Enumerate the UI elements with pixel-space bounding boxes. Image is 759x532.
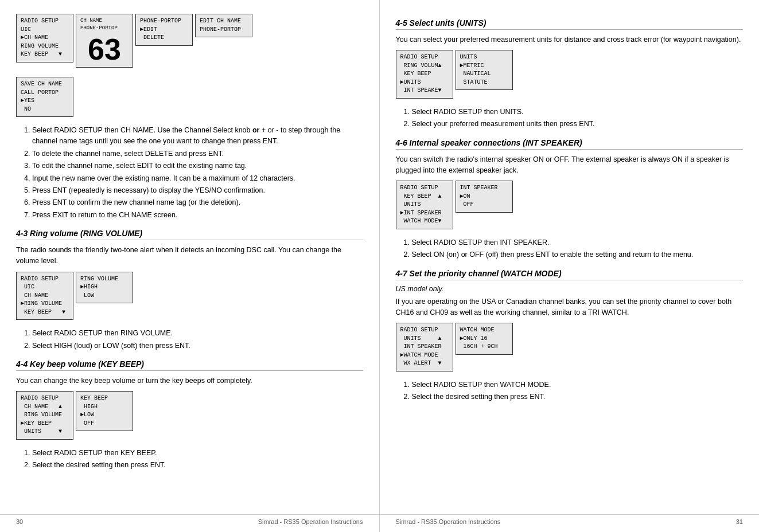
step-4: Input the new name over the existing nam… bbox=[32, 173, 363, 184]
watch-body: If you are operating on the USA or Canad… bbox=[396, 296, 744, 319]
int-step-2: Select ON (on) or OFF (off) then press E… bbox=[412, 249, 744, 260]
section-watch-mode: 4-7 Set the priority channel (WATCH MODE… bbox=[396, 269, 744, 280]
units-steps: Select RADIO SETUP then UNITS. Select yo… bbox=[412, 107, 744, 130]
step-2: To delete the channel name, select DELET… bbox=[32, 148, 363, 159]
ring-steps: Select RADIO SETUP then RING VOLUME. Sel… bbox=[32, 328, 363, 351]
watch-steps: Select RADIO SETUP then WATCH MODE. Sele… bbox=[412, 380, 744, 403]
units-screens: RADIO SETUP RING VOLUM▲ KEY BEEP ►UNITS … bbox=[396, 50, 744, 99]
key-beep-screens: RADIO SETUP CH NAME ▲ RING VOLUME ►KEY B… bbox=[16, 391, 363, 440]
screen-watch-mode-menu: RADIO SETUP UNITS ▲ INT SPEAKER ►WATCH M… bbox=[396, 323, 453, 371]
second-screens: SAVE CH NAME CALL PORTOP ►YES NO bbox=[16, 77, 363, 117]
key-beep-body: You can change the key beep volume or tu… bbox=[16, 375, 363, 386]
screen-key-beep-options: KEY BEEP HIGH ►LOW OFF bbox=[76, 391, 133, 431]
units-body: You can select your preferred measuremen… bbox=[396, 34, 744, 45]
screen-units-options: UNITS ►METRIC NAUTICAL STATUTE bbox=[456, 50, 513, 90]
page-number-right: 31 bbox=[736, 518, 743, 525]
section-units: 4-5 Select units (UNITS) bbox=[396, 18, 744, 30]
screen-int-speaker-options: INT SPEAKER ►ON OFF bbox=[456, 181, 513, 213]
int-step-1: Select RADIO SETUP then INT SPEAKER. bbox=[412, 237, 744, 248]
watch-mode-screens: RADIO SETUP UNITS ▲ INT SPEAKER ►WATCH M… bbox=[396, 323, 744, 371]
screen-ring-volume-menu: RADIO SETUP UIC CH NAME ►RING VOLUME KEY… bbox=[16, 272, 73, 320]
screen-radio-setup-chname: RADIO SETUP UIC ►CH NAME RING VOLUME KEY… bbox=[16, 14, 73, 62]
step-7: Press EXIT to return to the CH NAME scre… bbox=[32, 210, 363, 221]
screen-units-menu: RADIO SETUP RING VOLUM▲ KEY BEEP ►UNITS … bbox=[396, 50, 453, 99]
key-steps: Select RADIO SETUP then KEY BEEP. Select… bbox=[32, 448, 363, 471]
brand-left: Simrad - RS35 Operation Instructions bbox=[258, 518, 363, 525]
page-left: RADIO SETUP UIC ►CH NAME RING VOLUME KEY… bbox=[0, 0, 380, 532]
section-key-beep: 4-4 Key beep volume (KEY BEEP) bbox=[16, 359, 363, 371]
int-speaker-body: You can switch the radio's internal spea… bbox=[396, 154, 744, 177]
step-5: Press ENT (repeatedly is necessary) to d… bbox=[32, 185, 363, 196]
page-right: 4-5 Select units (UNITS) You can select … bbox=[380, 0, 760, 532]
key-step-2: Select the desired setting then press EN… bbox=[32, 460, 363, 471]
units-step-2: Select your preferred measurement units … bbox=[412, 119, 744, 130]
key-step-1: Select RADIO SETUP then KEY BEEP. bbox=[32, 448, 363, 459]
watch-us-only: US model only. bbox=[396, 285, 744, 293]
screen-edit-ch-name: EDIT CH NAME PHONE-PORTOP bbox=[195, 14, 252, 37]
screen-watch-mode-options: WATCH MODE ►ONLY 16 16CH + 9CH bbox=[456, 323, 513, 355]
footer-left: 30 Simrad - RS35 Operation Instructions bbox=[0, 514, 379, 525]
top-screens-ch-name: RADIO SETUP UIC ►CH NAME RING VOLUME KEY… bbox=[16, 14, 363, 68]
units-step-1: Select RADIO SETUP then UNITS. bbox=[412, 107, 744, 118]
step-3: To edit the channel name, select EDIT to… bbox=[32, 161, 363, 171]
step-1: Select RADIO SETUP then CH NAME. Use the… bbox=[32, 125, 363, 147]
screen-save-ch-name: SAVE CH NAME CALL PORTOP ►YES NO bbox=[16, 77, 73, 117]
page-number-left: 30 bbox=[16, 518, 23, 525]
footer-right: Simrad - RS35 Operation Instructions 31 bbox=[380, 514, 760, 525]
watch-step-1: Select RADIO SETUP then WATCH MODE. bbox=[412, 380, 744, 390]
ring-volume-screens: RADIO SETUP UIC CH NAME ►RING VOLUME KEY… bbox=[16, 272, 363, 320]
screen-big-63: CH NAME PHONE-PORTOP 63 bbox=[76, 14, 133, 68]
ring-volume-body: The radio sounds the friendly two-tone a… bbox=[16, 245, 363, 267]
screen-ring-volume-options: RING VOLUME ►HIGH LOW bbox=[76, 272, 133, 304]
int-steps: Select RADIO SETUP then INT SPEAKER. Sel… bbox=[412, 237, 744, 261]
watch-step-2: Select the desired setting then press EN… bbox=[412, 392, 744, 402]
step-6: Press ENT to confirm the new channel nam… bbox=[32, 197, 363, 208]
section-ring-volume: 4-3 Ring volume (RING VOLUME) bbox=[16, 229, 363, 240]
brand-right: Simrad - RS35 Operation Instructions bbox=[396, 518, 501, 525]
screen-int-speaker-menu: RADIO SETUP KEY BEEP ▲ UNITS ►INT SPEAKE… bbox=[396, 181, 453, 229]
screen-phone-portop-edit: PHONE-PORTOP ►EDIT DELETE bbox=[135, 14, 193, 46]
ring-step-2: Select HIGH (loud) or LOW (soft) then pr… bbox=[32, 341, 363, 351]
int-speaker-screens: RADIO SETUP KEY BEEP ▲ UNITS ►INT SPEAKE… bbox=[396, 181, 744, 229]
screen-key-beep-menu: RADIO SETUP CH NAME ▲ RING VOLUME ►KEY B… bbox=[16, 391, 73, 440]
ring-step-1: Select RADIO SETUP then RING VOLUME. bbox=[32, 328, 363, 339]
section-int-speaker: 4-6 Internal speaker connections (INT SP… bbox=[396, 138, 744, 150]
steps-ch-name: Select RADIO SETUP then CH NAME. Use the… bbox=[32, 125, 363, 221]
